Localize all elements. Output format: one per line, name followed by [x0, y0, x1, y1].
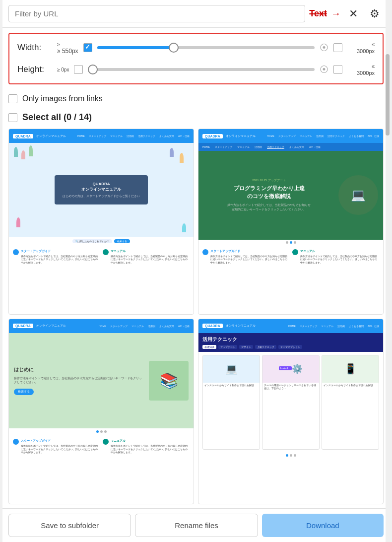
image-preview-1: QUADRA オンラインマニュアル HOME スタートアップ マニュアル 活用例…	[9, 129, 194, 268]
height-filter-row: Height: ≥ 0px ⦿ ≤3000px	[17, 63, 375, 76]
select-all-row: Select all (0 / 14)	[2, 108, 390, 129]
width-min-checkbox[interactable]	[83, 43, 92, 52]
scrollbar-thumb	[386, 54, 390, 136]
height-max-handle: ⦿	[320, 65, 328, 75]
card3-intro-text: はじめに 操作方法をポイントで紹介しては、当社製品のやり方お知らせ定期的に近いキ…	[14, 366, 144, 395]
width-max-checkbox[interactable]	[333, 43, 342, 52]
bottom-toolbar: Save to subfolder Rename files Download	[2, 508, 390, 542]
card1-hero-subtitle: はじめての方は、スタートアップガイドからご覧ください	[63, 194, 140, 199]
only-images-label: Only images from links	[22, 94, 103, 103]
image-card[interactable]: QUADRA オンラインマニュアル HOME スタートアップ マニュアル 活用例…	[8, 319, 194, 505]
image-preview-3: QUADRA オンラインマニュアル HOME スタートアップ マニュアル 活用例…	[9, 319, 194, 458]
gear-icon: ⚙	[370, 7, 380, 20]
image-preview-2: QUADRA オンラインマニュアル HOME スタートアップ マニュアル 活用例…	[198, 129, 383, 268]
save-to-subfolder-button[interactable]: Save to subfolder	[8, 514, 131, 537]
filter-url-input[interactable]	[8, 5, 305, 22]
card4-tech-cards: 💻 インストールからサイト制作まで流れを解説 Install... ⚙️ テーマ…	[198, 352, 383, 453]
height-slider[interactable]	[88, 65, 315, 74]
width-min-label: ≥≥ 550px	[57, 41, 78, 55]
only-images-checkbox[interactable]	[8, 94, 17, 103]
arrow-right-icon: →	[331, 8, 341, 19]
width-label: Width:	[17, 43, 52, 53]
height-min-label: ≥ 0px	[57, 66, 69, 73]
scrollbar[interactable]	[386, 0, 390, 542]
width-max-label: ≤3000px	[347, 41, 375, 55]
rename-files-button[interactable]: Rename files	[135, 514, 258, 537]
filters-box: Width: ≥≥ 550px ⦿ ≤3000px Height: ≥ 0px	[8, 33, 384, 84]
width-max-handle: ⦿	[320, 43, 328, 53]
card1-hero-title2: オンラインマニュアル	[63, 187, 140, 192]
download-button[interactable]: Download	[262, 514, 384, 537]
image-grid: QUADRA オンラインマニュアル HOME スタートアップ マニュアル 活用例…	[2, 129, 390, 504]
height-max-checkbox[interactable]	[333, 65, 342, 74]
height-label: Height:	[17, 65, 52, 74]
width-slider[interactable]	[97, 43, 315, 53]
image-card[interactable]: QUADRA オンラインマニュアル HOME スタートアップ マニュアル 活用例…	[198, 319, 384, 505]
height-max-label: ≤3000px	[347, 63, 375, 76]
card3-illustration: 📚	[149, 361, 189, 401]
image-card[interactable]: QUADRA オンラインマニュアル HOME スタートアップ マニュアル 活用例…	[198, 129, 384, 315]
card2-content: スタートアップガイド 操作方法をポイントで紹介しては、当社製品のやり方お知らせ定…	[198, 245, 383, 269]
only-images-row: Only images from links	[2, 89, 390, 108]
card4-tech-header: 活用テクニック 基礎知識 アップデート デザイン 上級テクニック テーマオプショ…	[198, 333, 383, 352]
close-button[interactable]: ✕	[345, 5, 362, 22]
header: Text → ✕ ⚙	[2, 0, 390, 28]
settings-button[interactable]: ⚙	[366, 5, 384, 22]
text-crossed: Text	[309, 8, 327, 19]
card1-content: スタートアップガイド 操作方法をポイントで紹介しては、当社製品のやり方お知らせ定…	[9, 245, 194, 269]
image-preview-4: QUADRA オンラインマニュアル HOME スタートアップ マニュアル 活用例…	[198, 319, 383, 458]
card3-content: スタートアップガイド 操作方法をポイントで紹介しては、当社製品のやり方お知らせ定…	[9, 435, 194, 458]
height-min-checkbox[interactable]	[74, 65, 83, 74]
select-all-label: Select all (0 / 14)	[22, 112, 92, 123]
image-card[interactable]: QUADRA オンラインマニュアル HOME スタートアップ マニュアル 活用例…	[8, 129, 194, 315]
select-all-checkbox[interactable]	[8, 113, 17, 122]
width-filter-row: Width: ≥≥ 550px ⦿ ≤3000px	[17, 41, 375, 55]
card1-hero-title: QUADRA	[63, 181, 140, 187]
